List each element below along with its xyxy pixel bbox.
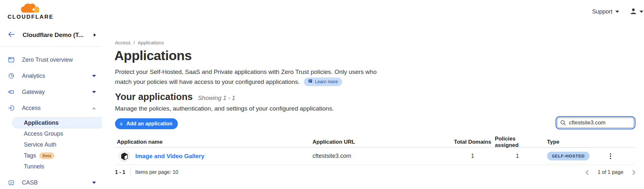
search-input[interactable] <box>557 118 634 128</box>
sidebar-item-tags[interactable]: Tags Beta <box>0 150 102 161</box>
application-url-cell: cftestsite3.com <box>312 148 351 165</box>
back-arrow-icon[interactable] <box>7 31 15 40</box>
casb-check-icon <box>8 179 15 186</box>
main-content: Access / Applications Applications Prote… <box>102 23 644 189</box>
applications-table: Application name Application URL Total D… <box>115 137 635 165</box>
gateway-icon <box>8 88 15 95</box>
support-menu[interactable]: Support <box>592 0 619 23</box>
breadcrumb-separator: / <box>133 40 135 45</box>
table-row: Image and Video Gallery cftestsite3.com … <box>115 148 635 165</box>
application-name-cell: Image and Video Gallery <box>118 148 205 165</box>
chevron-down-icon <box>639 11 643 13</box>
add-application-button[interactable]: + Add an application <box>115 118 178 129</box>
page-description-line1: Protect your Self-Hosted, SaaS and Priva… <box>115 67 377 77</box>
user-icon <box>630 7 637 16</box>
sidebar-item-casb[interactable]: CASB <box>0 175 102 189</box>
sidebar-item-access-groups[interactable]: Access Groups <box>0 128 102 139</box>
column-header-application-name: Application name <box>117 137 163 147</box>
results-range: 1 - 1 <box>115 169 125 175</box>
breadcrumb: Access / Applications <box>115 40 164 45</box>
policies-assigned-value: 1 <box>516 153 519 159</box>
previous-page-icon[interactable] <box>586 170 591 175</box>
sidebar-item-zero-trust-overview[interactable]: Zero Trust overview <box>0 52 102 68</box>
sidebar-item-label: CASB <box>22 179 85 186</box>
chevron-down-icon <box>615 11 619 13</box>
column-header-policies-assigned: Policies assigned <box>495 137 540 147</box>
items-per-page[interactable]: Items per page: 10 <box>135 169 178 175</box>
table-header-row: Application name Application URL Total D… <box>115 137 635 148</box>
next-page-icon[interactable] <box>630 170 636 175</box>
sidebar-item-label: Gateway <box>22 89 85 95</box>
subnav-item-label: Access Groups <box>24 130 63 137</box>
access-login-icon <box>8 104 15 112</box>
section-title: Your applications <box>115 92 193 102</box>
column-header-total-domains: Total Domains <box>450 137 495 147</box>
learn-more-button[interactable]: Learn more <box>304 77 342 86</box>
cloudflare-logo[interactable]: CLOUDFLARE <box>6 2 55 20</box>
subnav-item-label: Tags <box>24 152 36 159</box>
page-title: Applications <box>114 48 192 63</box>
account-switcher[interactable]: Cloudflare Demo (T... <box>0 23 102 47</box>
sidebar-item-analytics[interactable]: Analytics <box>0 68 102 84</box>
subnav-item-label: Service Auth <box>24 141 56 148</box>
chevron-down-icon <box>92 91 96 93</box>
sidebar-item-access[interactable]: Access <box>0 100 102 116</box>
overview-window-icon <box>8 56 15 63</box>
access-subnav: Applications Access Groups Service Auth … <box>0 117 102 172</box>
top-header: CLOUDFLARE Support <box>0 0 644 24</box>
cloudflare-cloud-icon <box>19 2 42 14</box>
pager: 1 of 1 page <box>586 169 635 175</box>
cloudflare-logo-text: CLOUDFLARE <box>7 14 53 20</box>
account-name: Cloudflare Demo (T... <box>23 32 86 39</box>
showing-count: Showing 1 - 1 <box>198 94 235 102</box>
sidebar-item-label: Analytics <box>22 73 85 79</box>
sidebar-item-tunnels[interactable]: Tunnels <box>0 161 102 172</box>
beta-badge: Beta <box>39 152 54 159</box>
page-description: Protect your Self-Hosted, SaaS and Priva… <box>115 67 377 87</box>
subnav-item-label: Applications <box>24 120 59 126</box>
page-description-line2: match your policies will have access to … <box>115 77 300 87</box>
chevron-up-icon <box>92 107 96 109</box>
breadcrumb-applications[interactable]: Applications <box>138 40 164 45</box>
type-badge: SELF-HOSTED <box>547 152 590 160</box>
support-label: Support <box>592 8 612 15</box>
column-header-application-url: Application URL <box>312 137 355 147</box>
sidebar-item-applications[interactable]: Applications <box>12 117 102 128</box>
chevron-down-icon <box>92 182 96 184</box>
total-domains-value: 1 <box>471 153 474 159</box>
column-header-type: Type <box>547 137 559 147</box>
sidebar-item-gateway[interactable]: Gateway <box>0 84 102 100</box>
row-menu-cell <box>604 148 617 165</box>
type-cell: SELF-HOSTED <box>547 148 590 165</box>
add-application-label: Add an application <box>126 121 172 127</box>
subnav-item-label: Tunnels <box>24 163 44 170</box>
section-description: Manage the policies, authentication, and… <box>115 104 334 113</box>
analytics-pie-icon <box>8 72 15 79</box>
book-icon <box>308 77 312 87</box>
sidebar-item-label: Access <box>22 105 85 112</box>
page-indicator: 1 of 1 page <box>598 169 623 175</box>
application-url-value: cftestsite3.com <box>312 153 351 159</box>
footer-divider <box>130 168 130 176</box>
policies-assigned-cell: 1 <box>495 148 540 165</box>
table-footer: 1 - 1 Items per page: 10 1 of 1 page <box>115 164 635 180</box>
sidebar-item-service-auth[interactable]: Service Auth <box>0 139 102 150</box>
user-account-menu[interactable] <box>630 0 643 23</box>
sidebar: Cloudflare Demo (T... Zero Trust overvie… <box>0 23 102 189</box>
chevron-down-icon <box>92 75 96 77</box>
expand-right-icon <box>94 33 96 37</box>
total-domains-cell: 1 <box>450 148 495 165</box>
breadcrumb-access[interactable]: Access <box>115 40 130 45</box>
kebab-menu-icon[interactable] <box>609 152 612 160</box>
sidebar-nav: Zero Trust overview Analytics <box>0 47 102 189</box>
search-box <box>557 118 634 128</box>
learn-more-label: Learn more <box>315 77 338 87</box>
application-name-link[interactable]: Image and Video Gallery <box>135 153 205 160</box>
application-cube-icon <box>118 150 130 162</box>
plus-icon: + <box>119 121 123 127</box>
sidebar-item-label: Zero Trust overview <box>22 57 102 63</box>
